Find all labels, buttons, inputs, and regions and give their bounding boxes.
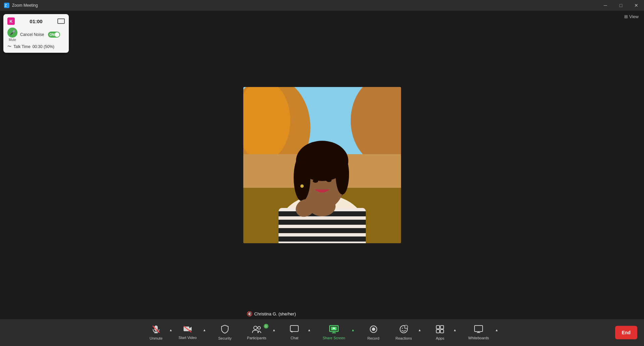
talk-time-row: 〜 Talk Time 00:30 (50%) [7,44,65,49]
svg-point-19 [336,154,349,194]
info-panel-header: K 01:00 [7,17,65,25]
svg-point-42 [402,328,403,329]
muted-icon: 🔇 [247,311,252,316]
whiteboards-button[interactable]: Whiteboards [463,322,494,343]
maximize-button[interactable]: □ [613,0,629,11]
screen-icon [57,18,65,24]
record-label: Record [367,336,379,340]
minimize-button[interactable]: ─ [598,0,613,11]
svg-rect-28 [184,327,189,331]
cancel-noise-label: Cancel Noise [20,32,44,37]
share-screen-group: Share Screen ▲ [318,322,356,343]
svg-text:+: + [405,326,406,328]
security-button[interactable]: Security [213,322,237,343]
svg-point-22 [300,184,304,188]
svg-rect-50 [475,326,483,332]
window-controls: ─ □ ✕ [598,0,644,11]
meeting-timer: 01:00 [30,18,42,24]
video-chevron[interactable]: ▲ [201,317,207,342]
svg-rect-47 [440,326,444,329]
start-video-button[interactable]: Start Video [174,323,201,342]
record-button[interactable]: Record [362,322,385,343]
reactions-button[interactable]: + Reactions [391,322,417,343]
record-icon [369,325,378,335]
security-label: Security [218,336,232,340]
participants-group: 1 Participants ▲ [242,322,277,343]
svg-point-20 [313,179,318,183]
unmute-button[interactable]: Unmute [144,322,168,343]
whiteboards-chevron[interactable]: ▲ [494,317,500,343]
share-screen-label: Share Screen [323,336,345,340]
window-title: Zoom Meeting [12,3,640,8]
mic-icon: 🎤 [7,28,17,38]
share-screen-button[interactable]: Share Screen [318,322,350,343]
view-button[interactable]: ⊞ View [624,14,639,19]
noise-cancel-row: 🎤 Mute Cancel Noise ON [7,28,65,42]
info-panel: K 01:00 🎤 Mute Cancel Noise ON 〜 Talk Ti… [3,14,69,53]
toggle-on-label: ON [49,33,54,37]
close-button[interactable]: ✕ [629,0,644,11]
video-icon [183,326,192,334]
video-container [243,87,401,243]
view-label: View [629,14,639,19]
user-name-label: 🔇 Christina G. (she/her) [247,311,296,316]
chat-chevron[interactable]: ▲ [306,317,312,343]
zoom-logo-icon: Z [4,3,9,8]
whiteboards-icon [474,325,483,335]
reactions-group: + Reactions ▲ [391,322,423,343]
security-icon [221,325,229,335]
talk-time-value: 00:30 (50%) [33,44,54,49]
chat-icon [290,325,299,335]
noise-cancel-toggle[interactable]: ON [48,32,60,38]
participants-chevron[interactable]: ▲ [271,317,277,343]
svg-rect-48 [436,330,440,333]
apps-icon [436,325,444,335]
toolbar: Unmute ▲ Start Video ▲ Security [0,319,644,346]
chat-group: Chat ▲ [283,322,312,343]
chat-button[interactable]: Chat [283,322,306,343]
svg-point-18 [294,154,310,201]
unmute-label: Unmute [150,336,163,340]
start-video-label: Start Video [179,336,197,340]
participants-badge: 1 [264,324,268,329]
talk-time-label: Talk Time [13,44,31,49]
unmute-chevron[interactable]: ▲ [168,317,174,343]
app-logo: K [7,17,15,25]
unmute-group: Unmute ▲ [144,322,174,343]
apps-chevron[interactable]: ▲ [452,317,458,343]
share-screen-icon [329,325,339,335]
svg-rect-46 [436,326,440,329]
user-name: Christina G. (she/her) [254,311,296,316]
svg-point-30 [254,326,257,330]
svg-point-31 [258,327,260,329]
reactions-chevron[interactable]: ▲ [416,317,423,343]
end-button[interactable]: End [615,326,637,339]
chat-label: Chat [291,336,298,340]
apps-group: Apps ▲ [428,322,458,343]
reactions-icon: + [399,325,408,335]
video-frame [243,87,401,243]
svg-point-40 [372,328,375,331]
whiteboards-group: Whiteboards ▲ [463,322,500,343]
share-screen-chevron[interactable]: ▲ [350,317,356,343]
participant-video [243,87,401,243]
view-icon: ⊞ [624,14,628,19]
mute-label: Mute [9,38,16,42]
whiteboards-label: Whiteboards [468,336,489,340]
svg-point-21 [326,179,332,182]
start-video-group: Start Video ▲ [174,323,207,342]
participants-icon [252,325,261,335]
reactions-label: Reactions [396,336,412,340]
waveform-icon: 〜 [7,44,11,49]
unmute-icon [152,325,160,335]
main-content: 🛡 ⊞ View K 01:00 🎤 Mute Cancel Noise ON … [0,11,644,319]
apps-label: Apps [436,336,444,340]
apps-button[interactable]: Apps [428,322,452,343]
participants-label: Participants [247,336,266,340]
svg-rect-13 [279,236,366,242]
svg-rect-12 [279,228,366,233]
svg-rect-32 [290,326,298,332]
titlebar: Z Zoom Meeting ─ □ ✕ [0,0,644,11]
participants-button[interactable]: 1 Participants [242,322,271,343]
svg-rect-49 [440,330,444,333]
